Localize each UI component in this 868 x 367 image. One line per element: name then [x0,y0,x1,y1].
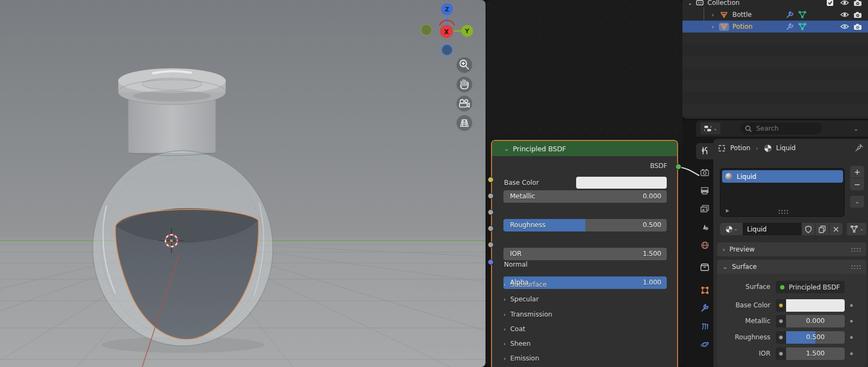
tab-view-layer[interactable] [699,203,710,214]
zoom-button[interactable] [457,57,473,73]
metallic-slider[interactable]: Metallic 0.000 [503,190,667,203]
material-slot-list[interactable]: Liquid ▶ [720,168,845,217]
roughness-slider[interactable]: 0.500 [786,331,845,344]
collapse-chevron-icon[interactable]: ⌄ [504,145,509,152]
expand-chevron-icon[interactable]: ⌄ [687,0,693,6]
animate-dot[interactable] [850,320,853,323]
ior-slider[interactable]: 1.500 [786,347,845,360]
tab-particles[interactable] [699,321,710,332]
viewport-3d[interactable]: Z Y X [0,0,486,367]
material-name-field[interactable]: Liquid [743,223,801,235]
node-header[interactable]: ⌄ Principled BSDF [492,141,677,156]
material-browse-button[interactable]: ⌄ [720,223,743,235]
base-color-socket-button[interactable] [776,299,786,312]
outliner[interactable]: ⌄ Collection › Bottle [682,0,868,119]
gizmo-axis-z-neg[interactable] [442,44,452,55]
panel-surface[interactable]: ⌄ Surface [717,260,866,274]
search-input[interactable] [755,124,809,133]
mesh-data-icon[interactable] [798,11,807,18]
tab-tool[interactable] [699,145,710,156]
modifier-wrench-icon[interactable] [786,22,794,31]
camera-view-button[interactable] [457,96,473,112]
render-visibility-camera-icon[interactable] [853,0,862,7]
search-box[interactable] [741,123,822,134]
section-sheen[interactable]: ›Sheen [503,338,531,350]
expand-chevron-icon[interactable]: › [710,12,716,18]
bottle-label[interactable]: Bottle [732,11,752,18]
material-slot-selected[interactable]: Liquid [722,170,843,183]
pin-icon[interactable] [855,143,864,152]
tab-modifiers[interactable] [699,302,710,313]
section-transmission[interactable]: ›Transmission [503,308,552,320]
render-visibility-camera-icon[interactable] [853,23,862,30]
list-resize-grip[interactable] [778,209,788,214]
link-target-button[interactable]: ⌄ [847,223,866,235]
gizmo-x-label: X [444,28,449,36]
slot-remove-button[interactable]: − [850,178,864,190]
alpha-slider[interactable]: Alpha 1.000 [503,276,667,289]
normal-socket[interactable] [488,259,494,265]
collection-label[interactable]: Collection [707,0,739,7]
fake-user-shield-button[interactable] [801,223,815,235]
tab-output[interactable] [699,185,710,196]
animate-dot[interactable] [850,304,853,307]
editor-type-button[interactable]: ⌄ [700,123,720,134]
base-color-swatch[interactable] [786,299,845,312]
ior-socket[interactable] [488,226,494,231]
metallic-socket-button[interactable] [776,315,786,327]
metallic-socket[interactable] [488,193,494,199]
section-emission[interactable]: ›Emission [503,352,539,364]
surface-shader-value: Principled BSDF [789,284,840,291]
modifier-wrench-icon[interactable] [786,10,794,19]
render-visibility-camera-icon[interactable] [853,11,862,18]
slot-add-button[interactable]: + [850,166,864,178]
potion-label[interactable]: Potion [732,23,752,30]
outliner-row-bottle[interactable]: › Bottle [682,9,868,21]
roughness-socket[interactable] [488,209,494,215]
list-filter-toggle-icon[interactable]: ▶ [726,208,729,213]
panel-drag-grip[interactable] [851,247,861,252]
outliner-row-collection[interactable]: ⌄ Collection [682,0,868,9]
surface-shader-button[interactable]: Principled BSDF [776,281,845,293]
panel-preview[interactable]: › Preview [717,242,866,256]
metallic-slider[interactable]: 0.000 [786,315,845,327]
roughness-value: 0.500 [643,219,661,231]
alpha-socket[interactable] [488,242,494,248]
checkbox-icon[interactable] [826,0,834,7]
eye-icon[interactable] [840,0,849,6]
tab-world[interactable] [699,240,710,250]
animate-dot[interactable] [850,352,853,355]
roughness-slider[interactable]: Roughness 0.500 [503,219,667,231]
mesh-data-icon[interactable] [798,23,807,30]
base-color-socket[interactable] [488,177,494,183]
unlink-material-button[interactable] [829,223,843,235]
roughness-label: Roughness [510,219,545,231]
region-toggle-arrow[interactable]: ‹ [482,5,484,12]
animate-dot[interactable] [850,336,853,339]
shader-editor[interactable]: ⌄ Principled BSDF BSDF Base Color Metall… [487,0,682,367]
ior-socket-button[interactable] [776,347,786,360]
tab-object[interactable] [699,285,710,295]
eye-icon[interactable] [840,11,849,18]
breadcrumb-material[interactable]: Liquid [776,144,796,152]
header-options-chevron[interactable]: ⌄ [851,124,861,133]
copy-material-button[interactable] [815,223,829,235]
tab-scene[interactable] [699,221,710,232]
section-specular[interactable]: ›Specular [503,293,539,305]
ior-slider[interactable]: IOR 1.500 [503,248,667,260]
gizmo-axis-y-neg[interactable] [421,24,432,35]
tab-physics[interactable] [699,339,710,350]
section-coat[interactable]: ›Coat [503,323,525,335]
breadcrumb-object[interactable]: Potion [730,144,750,152]
principled-bsdf-node[interactable]: ⌄ Principled BSDF BSDF Base Color Metall… [491,140,678,367]
roughness-socket-button[interactable] [776,331,786,344]
pan-button[interactable] [457,77,473,93]
tab-collection[interactable] [699,262,710,273]
projection-toggle-button[interactable] [457,115,473,131]
outliner-row-potion[interactable]: › Potion [682,21,868,33]
expand-chevron-icon[interactable]: › [710,24,716,30]
base-color-swatch[interactable] [576,177,667,189]
eye-icon[interactable] [840,23,849,30]
panel-drag-grip[interactable] [851,265,861,269]
slot-specials-button[interactable]: ⌄ [850,196,864,208]
